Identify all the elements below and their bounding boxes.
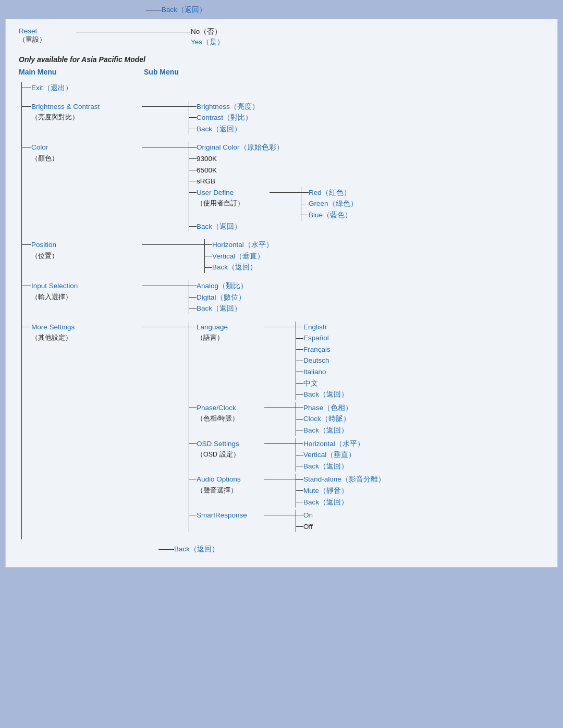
brightness-sub: Brightness（亮度） Contrast（對比） Back（返回） — [189, 101, 259, 135]
bottom-back-label: Back（返回） — [174, 545, 219, 554]
more-label: More Settings （其他設定） — [31, 322, 75, 343]
srgb: sRGB — [197, 176, 215, 187]
off-row: Off — [296, 521, 313, 533]
reset-label: Reset — [19, 27, 76, 35]
phase-label: Phase/Clock （色相/時脈） — [197, 402, 264, 424]
asia-pacific-note: Only available for Asia Pacific Model — [19, 55, 544, 64]
brightness-item: Brightness（亮度） — [197, 101, 259, 113]
reset-yes: Yes（是） — [191, 38, 224, 47]
tree-container: Exit（退出） Brightness & Contrast （亮度與對比） — [21, 82, 544, 539]
phase-back: Back（返回） — [296, 425, 352, 436]
on-row: On — [296, 510, 313, 521]
top-back-label: Back（返回） — [162, 5, 206, 15]
6500k: 6500K — [197, 165, 217, 176]
phase-hline — [264, 408, 296, 408]
input-sub: Analog（類比） Digital（數位） Back（返回） — [189, 280, 248, 314]
main-card: Reset （重設） No（否） Yes（是） Only available f… — [5, 19, 558, 567]
color-sub-item-2: 6500K — [189, 165, 358, 176]
mute-row: Mute（靜音） — [296, 485, 385, 497]
phase-title: Phase/Clock — [197, 402, 264, 414]
phase-sub: Phase（色相） Clock（時脈） Back（返回） — [296, 402, 352, 436]
position-title: Position — [31, 239, 58, 251]
contrast-item: Contrast（對比） — [197, 112, 252, 124]
standalone-row: Stand-alone（影音分離） — [296, 474, 385, 485]
color-title: Color — [31, 142, 58, 153]
sub-menu-header: Sub Menu — [144, 68, 179, 76]
osd-title-zh: （OSD 設定） — [197, 449, 264, 460]
language-title-zh: （語言） — [197, 332, 264, 343]
language-hline — [264, 327, 296, 327]
standalone-item: Stand-alone（影音分離） — [303, 474, 385, 485]
italiano-item: Italiano — [303, 366, 326, 378]
input-back-label: Back（返回） — [197, 303, 241, 314]
position-title-zh: （位置） — [31, 251, 58, 261]
color-back-label: Back（返回） — [197, 221, 241, 232]
more-settings-section: More Settings （其他設定） Language — [22, 322, 385, 533]
smartresponse-hline — [264, 515, 296, 515]
zhongwen-row: 中文 — [296, 378, 348, 389]
reset-label-zh: （重設） — [19, 35, 76, 44]
position-label: Position （位置） — [31, 239, 58, 261]
user-define-hline — [270, 192, 301, 193]
headers-row: Main Menu Sub Menu — [19, 68, 544, 76]
main-menu-header: Main Menu — [19, 68, 144, 76]
user-define-row: User Define （使用者自訂） Red（紅色） — [189, 187, 358, 221]
user-define-label: User Define （使用者自訂） — [197, 187, 270, 209]
language-label: Language （語言） — [197, 322, 264, 343]
osd-sub: Horizontal（水平） Vertical（垂直） Back（返回） — [296, 438, 364, 472]
position-back-label: Back（返回） — [212, 262, 257, 273]
osd-back-label: Back（返回） — [303, 461, 348, 472]
more-main: More Settings （其他設定） — [22, 322, 142, 343]
color-hline — [142, 147, 189, 147]
original-color: Original Color（原始色彩） — [197, 142, 284, 153]
audio-title: Audio Options — [197, 474, 264, 485]
clock-row: Clock（時脈） — [296, 413, 352, 425]
bottom-back-row: Back（返回） — [158, 545, 544, 554]
9300k: 9300K — [197, 153, 217, 165]
brightness-sub-item-1: Brightness（亮度） — [189, 101, 259, 113]
input-main: Input Selection （輸入選擇） — [22, 280, 142, 302]
vertical-row: Vertical（垂直） — [205, 251, 273, 262]
english-item: English — [303, 322, 326, 333]
user-define-title-zh: （使用者自訂） — [197, 198, 270, 208]
brightness-sub-item-2: Contrast（對比） — [189, 112, 259, 124]
reset-options: No（否） Yes（是） — [191, 27, 224, 47]
deutsch-row: Deutsch — [296, 355, 348, 366]
audio-back-label: Back（返回） — [303, 497, 348, 508]
audio-label: Audio Options （聲音選擇） — [197, 474, 264, 496]
osd-vertical: Vertical（垂直） — [303, 449, 356, 461]
brightness-back-label: Back（返回） — [197, 124, 241, 135]
green-row: Green（綠色） — [301, 198, 358, 209]
deutsch-item: Deutsch — [303, 355, 329, 366]
reset-hline — [76, 32, 191, 32]
audio-title-zh: （聲音選擇） — [197, 485, 264, 496]
smartresponse-label: SmartResponse — [197, 510, 264, 521]
color-sub: Original Color（原始色彩） 9300K 6500K — [189, 142, 358, 232]
zhongwen-item: 中文 — [303, 378, 318, 389]
francais-item: Français — [303, 344, 331, 355]
mute-item: Mute（靜音） — [303, 485, 348, 497]
position-sub: Horizontal（水平） Vertical（垂直） Back（返回） — [204, 239, 273, 273]
phase-clock-row: Phase/Clock （色相/時脈） Phase（色相） — [189, 402, 385, 436]
digital-item: Digital（數位） — [197, 292, 246, 303]
more-sub: Language （語言） English — [189, 322, 385, 533]
espanol-row: Español — [296, 332, 348, 344]
more-title-zh: （其他設定） — [31, 332, 75, 343]
color-sub-item-3: sRGB — [189, 176, 358, 187]
color-label: Color （顏色） — [31, 142, 58, 164]
user-define-title: User Define — [197, 187, 270, 199]
english-row: English — [296, 322, 348, 333]
language-sub: English Español Français — [296, 322, 348, 400]
phase-title-zh: （色相/時脈） — [197, 413, 264, 424]
osd-horizontal: Horizontal（水平） — [303, 438, 364, 450]
francais-row: Français — [296, 344, 348, 355]
more-title: More Settings — [31, 322, 75, 333]
blue-item: Blue（藍色） — [309, 209, 352, 221]
top-back-row: Back（返回） — [146, 5, 558, 15]
reset-section: Reset （重設） No（否） Yes（是） — [19, 27, 544, 47]
analog-item: Analog（類比） — [197, 280, 248, 292]
reset-label-block: Reset （重設） — [19, 27, 76, 44]
color-main: Color （顏色） — [22, 142, 142, 164]
brightness-title: Brightness & Contrast — [31, 101, 100, 113]
phase-item: Phase（色相） — [303, 402, 352, 414]
